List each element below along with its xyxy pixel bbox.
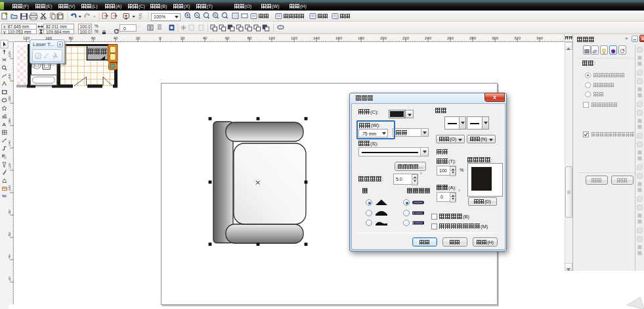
svg-text:80: 80 bbox=[247, 36, 252, 40]
svg-text:200: 200 bbox=[9, 74, 11, 80]
svg-text:60: 60 bbox=[91, 36, 96, 40]
svg-text:120: 120 bbox=[291, 36, 298, 40]
svg-text:160: 160 bbox=[335, 36, 343, 40]
svg-text:40: 40 bbox=[203, 36, 207, 40]
svg-text:100: 100 bbox=[268, 36, 276, 40]
svg-text:20: 20 bbox=[9, 277, 11, 281]
svg-text:180: 180 bbox=[358, 36, 365, 40]
svg-text:280: 280 bbox=[469, 36, 477, 40]
svg-text:180: 180 bbox=[9, 96, 11, 102]
svg-text:300: 300 bbox=[492, 36, 499, 40]
svg-text:340: 340 bbox=[536, 36, 544, 40]
svg-text:A: A bbox=[3, 122, 7, 128]
svg-text:40: 40 bbox=[9, 254, 11, 258]
svg-text:20: 20 bbox=[181, 36, 185, 40]
svg-text:80: 80 bbox=[69, 36, 74, 40]
svg-text:120: 120 bbox=[9, 163, 11, 169]
svg-text:20: 20 bbox=[136, 36, 140, 40]
svg-text:320: 320 bbox=[514, 36, 521, 40]
svg-text:160: 160 bbox=[9, 118, 11, 124]
svg-text:60: 60 bbox=[225, 36, 230, 40]
svg-text:140: 140 bbox=[313, 36, 320, 40]
svg-text:100: 100 bbox=[9, 185, 11, 191]
svg-text:200: 200 bbox=[380, 36, 387, 40]
svg-text:0: 0 bbox=[159, 36, 161, 40]
svg-text:120: 120 bbox=[23, 36, 30, 40]
svg-text:80: 80 bbox=[9, 210, 11, 214]
svg-text:220: 220 bbox=[9, 51, 11, 57]
svg-text:260: 260 bbox=[447, 36, 454, 40]
svg-text:140: 140 bbox=[9, 141, 11, 147]
svg-text:40: 40 bbox=[114, 36, 118, 40]
svg-text:220: 220 bbox=[402, 36, 410, 40]
svg-text:240: 240 bbox=[425, 36, 432, 40]
svg-text:60: 60 bbox=[9, 232, 11, 236]
